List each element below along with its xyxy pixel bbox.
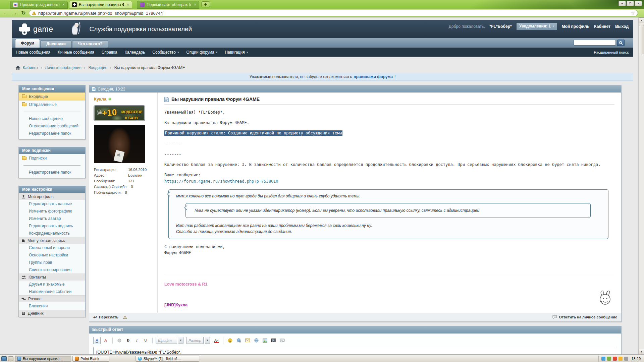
tray-messenger-icon[interactable] [619,357,623,361]
tab-close-icon[interactable]: × [127,2,129,7]
insert-image-button[interactable] [261,337,269,344]
advanced-search-link[interactable]: Расширенный поиск [594,50,629,54]
reload-button[interactable]: ↻ [19,9,28,17]
sidebar-link-change-email-password[interactable]: Смена email и пароля [19,244,85,251]
sidebar-link-attachments[interactable]: Вложения [19,302,85,310]
bold-button[interactable]: B [124,337,132,344]
quick-launch-icon-2[interactable] [8,356,13,361]
logout-link[interactable]: Выход [615,24,629,29]
notifications-button[interactable]: Уведомления: 1 ▾ [517,23,557,30]
editor-mode-b-button[interactable]: A [102,337,109,344]
sidebar-link-permission-groups[interactable]: Группы прав [19,259,85,266]
current-username[interactable]: *FL*Бобёр* [490,24,512,29]
minimize-button[interactable]: – [619,1,626,6]
font-select[interactable]: Шрифт [156,337,177,344]
smilies-button[interactable] [226,337,234,344]
scroll-up-arrow[interactable]: ▲ [639,17,644,23]
sidebar-link-track-messages[interactable]: Отслеживание сообщений [19,122,85,130]
4game-logo[interactable]: game [18,23,53,36]
size-select-arrow[interactable]: ▼ [205,337,210,344]
sidebar-group-misc[interactable]: Разное [19,295,85,302]
sidebar-item-inbox[interactable]: Входящие [19,93,85,101]
taskbar-button-pointblank[interactable]: Point Blank [72,356,109,362]
breadcrumb-inbox[interactable]: Входящие [88,65,107,70]
browser-tab-2-active[interactable]: Вы нарушили правила Фору × [69,1,132,9]
tab-forum[interactable]: Форум [15,39,40,48]
size-select[interactable]: Размер [186,337,204,344]
sidebar-link-friends[interactable]: Друзья и знакомые [19,281,85,288]
search-button[interactable] [617,40,625,46]
reply-button[interactable]: Ответить на личное сообщение [552,315,617,319]
browser-tab-1[interactable]: Просмотр заданного вопроса × [10,1,68,9]
close-button[interactable]: × [635,1,642,6]
taskbar-button-skype[interactable]: Skype™ [1] - field.of.... [136,356,199,362]
font-color-button[interactable]: A ▾ [213,337,220,344]
breadcrumb-private-messages[interactable]: Личные сообщения [45,65,82,70]
nav-private-messages[interactable]: Личные сообщения [58,50,94,55]
author-username[interactable]: Кукла [94,97,106,102]
sidebar-link-edit-folders[interactable]: Редактирование папок [19,130,85,137]
bookmark-star-icon[interactable]: ☆ [631,10,635,16]
thread-link[interactable]: https://forum.4game.ru/showthread.php?p=… [164,179,278,184]
tray-volume-icon[interactable] [624,357,628,361]
insert-email-button[interactable] [244,337,251,344]
sidebar-group-my-profile[interactable]: Мой профиль [19,193,85,200]
underline-button[interactable]: U [142,337,149,344]
tray-antivirus-icon[interactable] [613,357,617,361]
home-icon[interactable] [16,66,20,70]
nav-forum-options-dropdown[interactable]: Опции форума ▾ [186,50,218,55]
tray-skype-icon[interactable] [601,357,605,361]
sidebar-item-sent[interactable]: Отправленные [19,101,85,109]
forum-rules-link[interactable]: правилами форума [354,74,393,79]
search-input[interactable] [574,40,616,46]
insert-quote-button[interactable] [279,337,286,344]
sidebar-link-edit-signature[interactable]: Редактировать подпись [19,222,85,230]
nav-navigation-dropdown[interactable]: Навигация ▾ [225,50,248,55]
nav-calendar[interactable]: Календарь [125,50,145,55]
sidebar-group-account[interactable]: Моя учётная запись [19,237,85,244]
forward-button[interactable]: → [11,9,19,17]
nav-new-messages[interactable]: Новые сообщения [16,50,50,55]
sidebar-link-privacy[interactable]: Конфиденциальность [19,230,85,237]
browser-tab-3[interactable]: Первый сайт об играх без це × [137,1,199,9]
maximize-button[interactable]: □ [627,1,634,6]
tray-update-icon[interactable] [607,357,611,361]
sidebar-link-edit-photo[interactable]: Изменить фотографию [19,207,85,215]
italic-button[interactable]: I [133,337,141,344]
sidebar-link-general-settings[interactable]: Основные настройки [19,251,85,259]
back-button[interactable]: ← [2,9,10,17]
sidebar-link-edit-details[interactable]: Редактировать данные [19,200,85,207]
vertical-scrollbar[interactable]: ▲ ▼ [638,17,644,355]
report-warning-icon[interactable]: ⚠ [123,315,127,320]
nav-community-dropdown[interactable]: Сообщество ▾ [152,50,179,55]
sidebar-link-edit-avatar[interactable]: Изменить аватар [19,215,85,222]
nav-help[interactable]: Справка [102,50,117,55]
cabinet-link[interactable]: Кабинет [594,24,610,29]
sidebar-group-contacts[interactable]: Контакты [19,274,85,281]
tab-close-icon[interactable]: × [62,2,65,7]
scrollbar-thumb[interactable] [639,25,644,54]
sidebar-link-new-message[interactable]: Новое сообщение [19,115,85,122]
breadcrumb-cabinet[interactable]: Кабинет [23,65,38,70]
insert-link-button[interactable] [235,337,243,344]
my-profile-link[interactable]: Мой профиль [562,24,590,29]
sidebar-link-event-reminders[interactable]: Напоминание событий [19,288,85,295]
taskbar-button-browser[interactable]: Вы нарушили правил... [15,356,71,362]
sidebar-group-journal[interactable]: Дневник [19,310,85,317]
insert-video-button[interactable] [270,337,277,344]
sidebar-link-edit-folders[interactable]: Редактирование папок [19,169,85,176]
tab-blogs[interactable]: Дневники [41,40,71,48]
editor-mode-a-button[interactable]: A [93,337,101,344]
quick-reply-editor[interactable]: [QUOTE=Кукла]Уважаемый(ая) *FL*Бобёр*, В… [93,347,617,355]
author-avatar[interactable] [94,125,145,163]
forward-button[interactable]: ↩ Переслать [93,315,118,320]
sidebar-link-ignore-list[interactable]: Список игнорирования [19,266,85,274]
tab-whats-new[interactable]: Что нового? [72,40,108,48]
attachment-button[interactable] [116,337,123,344]
unlink-globe-button[interactable] [253,337,260,344]
address-bar[interactable]: https://forum.4game.ru/private.php?do=sh… [29,10,638,16]
tab-close-icon[interactable]: × [194,2,196,7]
scroll-down-arrow[interactable]: ▼ [639,349,644,355]
sidebar-item-subscriptions[interactable]: Подписки [19,154,85,162]
quick-launch-icon-1[interactable] [1,356,7,361]
